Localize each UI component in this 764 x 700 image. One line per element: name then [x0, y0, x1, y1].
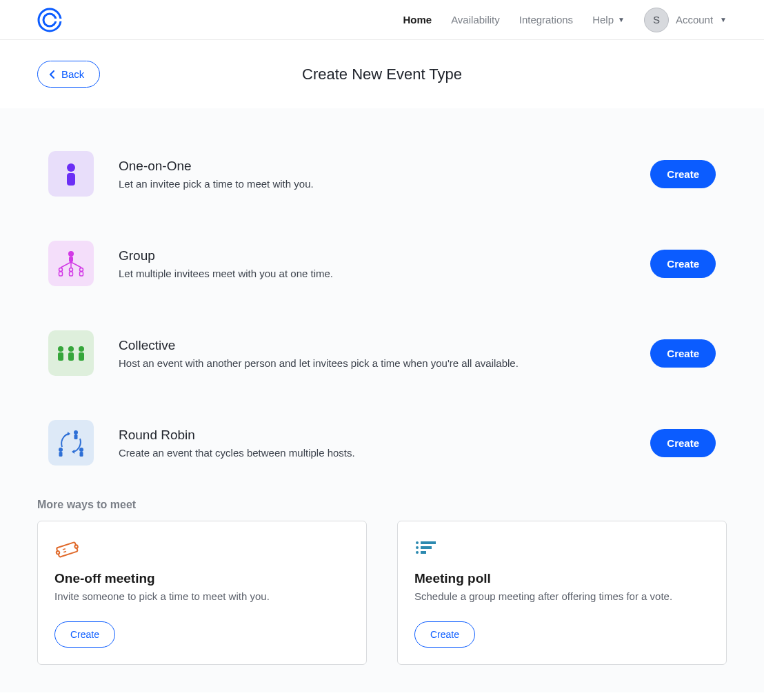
svg-rect-15 — [80, 272, 83, 276]
svg-rect-29 — [80, 452, 83, 457]
page-title: Create New Event Type — [302, 66, 462, 83]
svg-point-16 — [58, 346, 63, 352]
svg-line-9 — [71, 262, 81, 268]
nav-home[interactable]: Home — [403, 14, 432, 26]
more-cards: One-off meeting Invite someone to pick a… — [37, 521, 727, 665]
nav-help[interactable]: Help ▼ — [592, 14, 625, 26]
event-desc: Let multiple invitees meet with you at o… — [119, 268, 625, 279]
svg-marker-22 — [68, 432, 70, 436]
chevron-left-icon — [48, 70, 57, 79]
event-desc: Host an event with another person and le… — [119, 357, 625, 369]
event-title: One-on-One — [119, 159, 625, 174]
svg-line-33 — [63, 549, 66, 550]
event-type-group: Group Let multiple invitees meet with yo… — [37, 219, 727, 308]
card-desc: Invite someone to pick a time to meet wi… — [54, 590, 350, 602]
poll-icon — [414, 539, 710, 561]
create-group-button[interactable]: Create — [650, 250, 716, 278]
svg-point-28 — [79, 448, 83, 452]
svg-point-31 — [56, 551, 60, 555]
event-title: Round Robin — [119, 428, 625, 443]
nav-availability[interactable]: Availability — [451, 14, 500, 26]
svg-rect-13 — [70, 272, 73, 276]
svg-point-3 — [67, 163, 75, 172]
svg-point-12 — [70, 268, 73, 272]
svg-point-18 — [68, 346, 74, 352]
create-poll-button[interactable]: Create — [414, 621, 475, 648]
card-meeting-poll: Meeting poll Schedule a group meeting af… — [397, 521, 727, 665]
create-collective-button[interactable]: Create — [650, 339, 716, 368]
event-desc: Let an invitee pick a time to meet with … — [119, 178, 625, 190]
nav-account[interactable]: S Account ▼ — [644, 8, 727, 32]
nav-account-label: Account — [676, 14, 713, 26]
main-nav: Home Availability Integrations Help ▼ S … — [403, 8, 727, 32]
topbar: Home Availability Integrations Help ▼ S … — [0, 0, 764, 40]
event-title: Collective — [119, 338, 625, 353]
svg-point-14 — [80, 268, 83, 272]
round-robin-icon — [48, 420, 94, 466]
svg-point-37 — [416, 546, 419, 549]
create-round-robin-button[interactable]: Create — [650, 429, 716, 457]
svg-rect-4 — [67, 173, 75, 186]
svg-rect-19 — [68, 352, 74, 361]
svg-rect-38 — [421, 546, 432, 549]
group-icon — [48, 241, 94, 286]
nav-help-label: Help — [592, 14, 614, 26]
back-button-label: Back — [61, 68, 84, 80]
svg-rect-30 — [57, 542, 78, 557]
svg-point-20 — [79, 346, 84, 352]
ticket-icon — [54, 539, 350, 561]
event-title: Group — [119, 248, 625, 263]
svg-point-24 — [74, 430, 78, 434]
nav-integrations[interactable]: Integrations — [519, 14, 573, 26]
svg-rect-11 — [59, 272, 63, 276]
event-desc: Create an event that cycles between mult… — [119, 447, 625, 459]
svg-point-35 — [416, 541, 419, 544]
svg-marker-23 — [72, 450, 74, 454]
person-icon — [48, 151, 94, 197]
card-title: One-off meeting — [54, 571, 350, 586]
chevron-down-icon: ▼ — [618, 16, 625, 23]
svg-rect-17 — [58, 352, 63, 361]
svg-line-34 — [63, 551, 66, 552]
calendly-logo[interactable] — [37, 8, 62, 32]
chevron-down-icon: ▼ — [720, 16, 727, 23]
card-title: Meeting poll — [414, 571, 710, 586]
create-one-off-button[interactable]: Create — [54, 621, 115, 648]
svg-rect-2 — [54, 19, 62, 21]
more-ways-heading: More ways to meet — [37, 499, 727, 511]
svg-point-39 — [416, 551, 419, 554]
svg-point-5 — [68, 251, 74, 257]
svg-line-7 — [61, 262, 71, 268]
svg-rect-36 — [421, 541, 436, 544]
card-desc: Schedule a group meeting after offering … — [414, 590, 710, 602]
event-type-collective: Collective Host an event with another pe… — [37, 308, 727, 398]
content: One-on-One Let an invitee pick a time to… — [0, 108, 764, 692]
event-type-round-robin: Round Robin Create an event that cycles … — [37, 398, 727, 488]
svg-point-32 — [74, 545, 79, 549]
collective-icon — [48, 330, 94, 376]
svg-rect-25 — [74, 434, 78, 439]
svg-rect-40 — [421, 551, 426, 554]
create-one-on-one-button[interactable]: Create — [650, 160, 716, 188]
event-type-one-on-one: One-on-One Let an invitee pick a time to… — [37, 129, 727, 219]
svg-rect-27 — [59, 452, 63, 457]
back-button[interactable]: Back — [37, 61, 100, 88]
card-one-off-meeting: One-off meeting Invite someone to pick a… — [37, 521, 367, 665]
avatar: S — [644, 8, 669, 32]
svg-rect-21 — [79, 352, 84, 361]
svg-point-10 — [59, 268, 63, 272]
title-row: Back Create New Event Type — [0, 40, 764, 108]
svg-point-26 — [59, 448, 63, 452]
svg-rect-6 — [69, 257, 73, 262]
